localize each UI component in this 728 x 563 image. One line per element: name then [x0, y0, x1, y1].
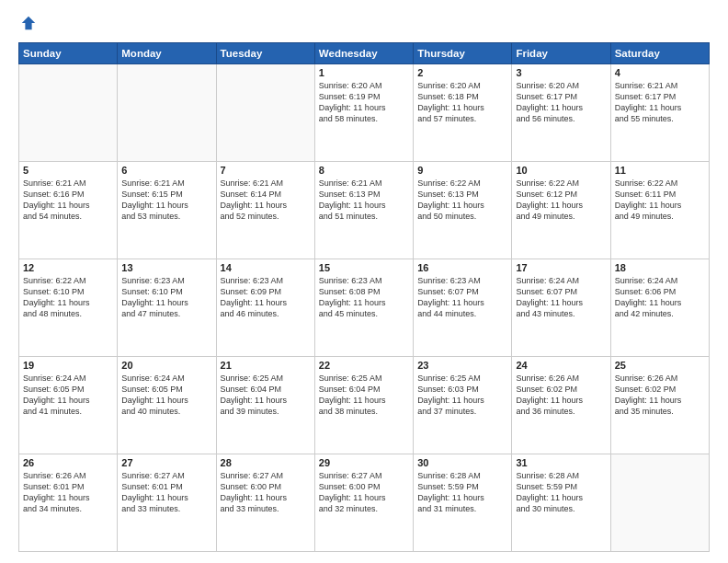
calendar-header-row: SundayMondayTuesdayWednesdayThursdayFrid… [19, 43, 710, 64]
day-number: 14 [221, 262, 311, 273]
logo-icon [20, 15, 37, 31]
day-number: 29 [319, 457, 409, 468]
calendar-cell: 4Sunrise: 6:21 AM Sunset: 6:17 PM Daylig… [610, 64, 709, 162]
day-number: 21 [221, 360, 311, 371]
calendar-cell: 29Sunrise: 6:27 AM Sunset: 6:00 PM Dayli… [314, 454, 413, 552]
cell-content: Sunrise: 6:20 AM Sunset: 6:17 PM Dayligh… [516, 80, 606, 125]
calendar-cell: 30Sunrise: 6:28 AM Sunset: 5:59 PM Dayli… [414, 454, 512, 552]
calendar-day-header: Tuesday [216, 43, 314, 64]
day-number: 5 [23, 165, 113, 176]
cell-content: Sunrise: 6:21 AM Sunset: 6:13 PM Dayligh… [319, 178, 409, 223]
calendar-cell: 26Sunrise: 6:26 AM Sunset: 6:01 PM Dayli… [19, 454, 118, 552]
logo [18, 15, 39, 35]
day-number: 16 [417, 262, 507, 273]
day-number: 6 [121, 165, 211, 176]
day-number: 9 [417, 165, 507, 176]
cell-content: Sunrise: 6:21 AM Sunset: 6:16 PM Dayligh… [23, 178, 113, 223]
calendar-table: SundayMondayTuesdayWednesdayThursdayFrid… [18, 42, 710, 552]
cell-content: Sunrise: 6:28 AM Sunset: 5:59 PM Dayligh… [417, 470, 507, 515]
svg-marker-0 [22, 17, 35, 29]
day-number: 27 [121, 457, 211, 468]
cell-content: Sunrise: 6:22 AM Sunset: 6:12 PM Dayligh… [516, 178, 606, 223]
day-number: 2 [417, 67, 507, 78]
cell-content: Sunrise: 6:21 AM Sunset: 6:15 PM Dayligh… [121, 178, 211, 223]
calendar-cell: 17Sunrise: 6:24 AM Sunset: 6:07 PM Dayli… [512, 259, 610, 357]
calendar-cell: 18Sunrise: 6:24 AM Sunset: 6:06 PM Dayli… [610, 259, 709, 357]
day-number: 4 [615, 67, 705, 78]
calendar-day-header: Friday [512, 43, 610, 64]
calendar-cell: 10Sunrise: 6:22 AM Sunset: 6:12 PM Dayli… [512, 162, 610, 259]
day-number: 20 [121, 360, 211, 371]
cell-content: Sunrise: 6:22 AM Sunset: 6:11 PM Dayligh… [615, 178, 705, 223]
calendar-day-header: Monday [118, 43, 216, 64]
calendar-cell: 5Sunrise: 6:21 AM Sunset: 6:16 PM Daylig… [19, 162, 118, 259]
cell-content: Sunrise: 6:21 AM Sunset: 6:17 PM Dayligh… [615, 80, 705, 125]
cell-content: Sunrise: 6:26 AM Sunset: 6:01 PM Dayligh… [23, 470, 113, 515]
day-number: 7 [221, 165, 311, 176]
day-number: 31 [516, 457, 606, 468]
day-number: 22 [319, 360, 409, 371]
day-number: 19 [23, 360, 113, 371]
calendar-cell: 16Sunrise: 6:23 AM Sunset: 6:07 PM Dayli… [414, 259, 512, 357]
cell-content: Sunrise: 6:24 AM Sunset: 6:06 PM Dayligh… [615, 275, 705, 320]
cell-content: Sunrise: 6:26 AM Sunset: 6:02 PM Dayligh… [615, 373, 705, 418]
calendar-cell: 27Sunrise: 6:27 AM Sunset: 6:01 PM Dayli… [118, 454, 216, 552]
calendar-week-row: 26Sunrise: 6:26 AM Sunset: 6:01 PM Dayli… [19, 454, 710, 552]
calendar-cell: 13Sunrise: 6:23 AM Sunset: 6:10 PM Dayli… [118, 259, 216, 357]
calendar-cell: 2Sunrise: 6:20 AM Sunset: 6:18 PM Daylig… [414, 64, 512, 162]
calendar-week-row: 12Sunrise: 6:22 AM Sunset: 6:10 PM Dayli… [19, 259, 710, 357]
calendar-cell: 28Sunrise: 6:27 AM Sunset: 6:00 PM Dayli… [216, 454, 314, 552]
calendar-cell [118, 64, 216, 162]
calendar-cell: 20Sunrise: 6:24 AM Sunset: 6:05 PM Dayli… [118, 357, 216, 454]
day-number: 10 [516, 165, 606, 176]
cell-content: Sunrise: 6:27 AM Sunset: 6:00 PM Dayligh… [319, 470, 409, 515]
calendar-day-header: Thursday [414, 43, 512, 64]
calendar-cell: 25Sunrise: 6:26 AM Sunset: 6:02 PM Dayli… [610, 357, 709, 454]
day-number: 13 [121, 262, 211, 273]
calendar-day-header: Sunday [19, 43, 118, 64]
calendar-cell: 23Sunrise: 6:25 AM Sunset: 6:03 PM Dayli… [414, 357, 512, 454]
day-number: 3 [516, 67, 606, 78]
cell-content: Sunrise: 6:24 AM Sunset: 6:05 PM Dayligh… [121, 373, 211, 418]
calendar-cell: 9Sunrise: 6:22 AM Sunset: 6:13 PM Daylig… [414, 162, 512, 259]
cell-content: Sunrise: 6:20 AM Sunset: 6:19 PM Dayligh… [319, 80, 409, 125]
calendar-cell: 22Sunrise: 6:25 AM Sunset: 6:04 PM Dayli… [314, 357, 413, 454]
day-number: 24 [516, 360, 606, 371]
cell-content: Sunrise: 6:23 AM Sunset: 6:10 PM Dayligh… [121, 275, 211, 320]
calendar-cell: 1Sunrise: 6:20 AM Sunset: 6:19 PM Daylig… [314, 64, 413, 162]
day-number: 26 [23, 457, 113, 468]
calendar-cell: 21Sunrise: 6:25 AM Sunset: 6:04 PM Dayli… [216, 357, 314, 454]
calendar-cell: 7Sunrise: 6:21 AM Sunset: 6:14 PM Daylig… [216, 162, 314, 259]
calendar-cell [19, 64, 118, 162]
day-number: 8 [319, 165, 409, 176]
calendar-cell: 12Sunrise: 6:22 AM Sunset: 6:10 PM Dayli… [19, 259, 118, 357]
day-number: 23 [417, 360, 507, 371]
cell-content: Sunrise: 6:21 AM Sunset: 6:14 PM Dayligh… [221, 178, 311, 223]
cell-content: Sunrise: 6:23 AM Sunset: 6:09 PM Dayligh… [221, 275, 311, 320]
day-number: 30 [417, 457, 507, 468]
page: SundayMondayTuesdayWednesdayThursdayFrid… [0, 0, 728, 563]
cell-content: Sunrise: 6:24 AM Sunset: 6:05 PM Dayligh… [23, 373, 113, 418]
day-number: 18 [615, 262, 705, 273]
day-number: 15 [319, 262, 409, 273]
cell-content: Sunrise: 6:25 AM Sunset: 6:04 PM Dayligh… [319, 373, 409, 418]
day-number: 28 [221, 457, 311, 468]
calendar-cell: 14Sunrise: 6:23 AM Sunset: 6:09 PM Dayli… [216, 259, 314, 357]
calendar-cell: 19Sunrise: 6:24 AM Sunset: 6:05 PM Dayli… [19, 357, 118, 454]
calendar-cell: 8Sunrise: 6:21 AM Sunset: 6:13 PM Daylig… [314, 162, 413, 259]
day-number: 11 [615, 165, 705, 176]
header [18, 15, 710, 35]
cell-content: Sunrise: 6:22 AM Sunset: 6:13 PM Dayligh… [417, 178, 507, 223]
calendar-day-header: Wednesday [314, 43, 413, 64]
calendar-week-row: 19Sunrise: 6:24 AM Sunset: 6:05 PM Dayli… [19, 357, 710, 454]
day-number: 1 [319, 67, 409, 78]
cell-content: Sunrise: 6:25 AM Sunset: 6:04 PM Dayligh… [221, 373, 311, 418]
cell-content: Sunrise: 6:23 AM Sunset: 6:07 PM Dayligh… [417, 275, 507, 320]
calendar-cell: 31Sunrise: 6:28 AM Sunset: 5:59 PM Dayli… [512, 454, 610, 552]
cell-content: Sunrise: 6:24 AM Sunset: 6:07 PM Dayligh… [516, 275, 606, 320]
cell-content: Sunrise: 6:26 AM Sunset: 6:02 PM Dayligh… [516, 373, 606, 418]
cell-content: Sunrise: 6:23 AM Sunset: 6:08 PM Dayligh… [319, 275, 409, 320]
day-number: 17 [516, 262, 606, 273]
calendar-cell: 11Sunrise: 6:22 AM Sunset: 6:11 PM Dayli… [610, 162, 709, 259]
day-number: 25 [615, 360, 705, 371]
